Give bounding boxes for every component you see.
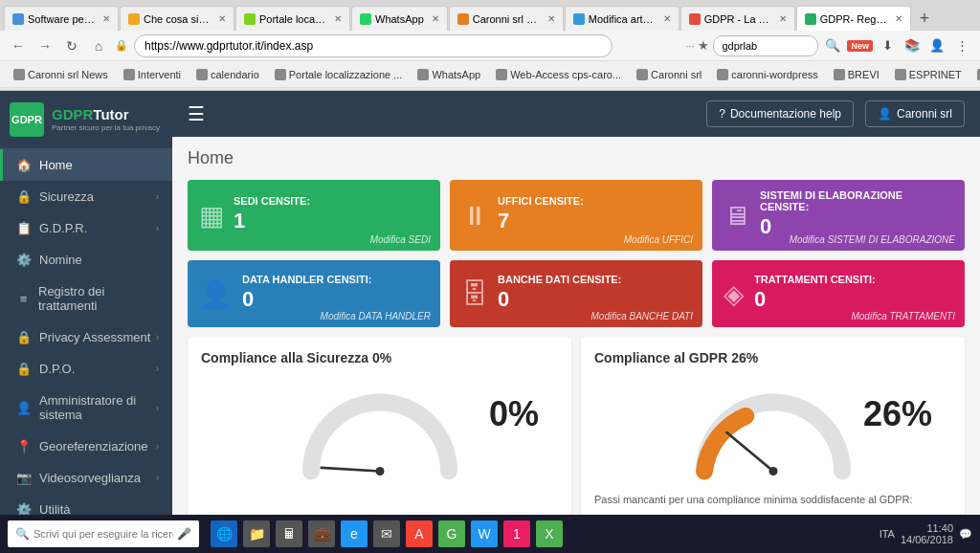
content-wrapper: ☰ ? Documentazione help 👤 Caronni srl Ho… <box>172 91 980 553</box>
sidebar-icon: 🔒 <box>16 362 32 376</box>
sidebar-item-registro-dei-trattamenti[interactable]: ≡ Registro dei trattamenti <box>0 276 172 321</box>
taskbar: 🔍 🎤 🌐 📁 🖩 💼 e ✉ A G W 1 X ITA 11:40 14/0… <box>0 515 980 553</box>
gauges-row: Compliance alla Sicurezza 0% 0% <box>188 337 965 519</box>
card-title: BANCHE DATI CENSITE: <box>498 274 691 285</box>
bookmark-item[interactable]: calendario <box>190 67 265 82</box>
sidebar-item-sicurezza[interactable]: 🔒 Sicurezza › <box>0 181 172 212</box>
mic-icon: 🎤 <box>177 527 191 541</box>
sidebar-item-home[interactable]: 🏠 Home <box>0 149 172 181</box>
sidebar-item-nomine[interactable]: ⚙️ Nomine <box>0 244 172 276</box>
taskbar-excel-icon[interactable]: X <box>536 520 563 547</box>
card-body: UFFICI CENSITE: 7 <box>498 195 691 235</box>
user-icon: 👤 <box>878 107 892 121</box>
search-input[interactable] <box>713 35 818 56</box>
sidebar-item-g.d.p.r.[interactable]: 📋 G.D.P.R. › <box>0 212 172 244</box>
address-input[interactable] <box>134 34 612 57</box>
taskbar-app3-icon[interactable]: 1 <box>503 520 530 547</box>
bookmark-item[interactable]: ESPRINET <box>889 67 968 82</box>
taskbar-ie-icon[interactable]: 🌐 <box>211 520 237 547</box>
stat-card-uffici-censite:[interactable]: ⏸ UFFICI CENSITE: 7 Modifica UFFICI <box>450 180 702 251</box>
card-link[interactable]: Modifica SISTEMI DI ELABORAZIONE <box>790 234 955 245</box>
browser-tab[interactable]: Software per H...✕ <box>4 6 119 31</box>
browser-tab[interactable]: WhatsApp✕ <box>351 6 448 31</box>
card-link[interactable]: Modifica UFFICI <box>624 234 693 245</box>
taskbar-edge-icon[interactable]: e <box>341 520 368 547</box>
download-icon[interactable]: ⬇ <box>877 35 898 56</box>
stat-card-data-handler-censiti:[interactable]: 👤 DATA HANDLER CENSITI: 0 Modifica DATA … <box>188 260 440 327</box>
security-gauge-section: Compliance alla Sicurezza 0% 0% <box>188 337 571 519</box>
bookmark-item[interactable]: Caronni srl <box>631 67 707 82</box>
browser-tab[interactable]: GDPR - La sicur...✕ <box>680 6 795 31</box>
bookmark-item[interactable]: Web-Access cps-caro... <box>490 67 627 82</box>
card-link[interactable]: Modifica DATA HANDLER <box>321 311 431 321</box>
taskbar-folder-icon[interactable]: 📁 <box>243 520 270 547</box>
security-gauge-svg <box>294 385 466 480</box>
taskbar-search-input[interactable] <box>33 528 173 540</box>
app-container: GDPR GDPRTutor Partner sicuro per la tua… <box>0 91 980 553</box>
sidebar-item-privacy-assessment[interactable]: 🔒 Privacy Assessment › <box>0 321 172 353</box>
browser-tab[interactable]: Modifica articolo c...✕ <box>565 6 679 31</box>
sidebar-item-label: G.D.P.R. <box>39 221 87 235</box>
card-link[interactable]: Modifica TRATTAMENTI <box>851 311 955 321</box>
new-tab-button[interactable]: + <box>912 6 938 31</box>
bookmark-item[interactable]: Portale localizzazione ... <box>269 67 409 82</box>
security-gauge-title: Compliance alla Sicurezza 0% <box>201 350 558 365</box>
browser-tab[interactable]: Portale localizzazio...✕ <box>235 6 350 31</box>
back-button[interactable]: ← <box>8 35 29 56</box>
sidebar-item-label: Privacy Assessment <box>39 330 150 344</box>
hamburger-button[interactable]: ☰ <box>188 102 205 125</box>
card-title: SISTEMI DI ELABORAZIONE CENSITE: <box>760 189 953 212</box>
stat-card-sedi-censite:[interactable]: ▦ SEDI CENSITE: 1 Modifica SEDI <box>188 180 440 251</box>
sidebar-item-georeferenziazione[interactable]: 📍 Georeferenziazione › <box>0 431 172 462</box>
card-icon: 👤 <box>199 278 233 310</box>
bookmark-item[interactable]: caronni-wordpress <box>711 67 823 82</box>
taskbar-app2-icon[interactable]: G <box>438 520 465 547</box>
browser-tabs: Software per H...✕Che cosa signif...✕Por… <box>0 0 980 31</box>
card-number: 0 <box>498 287 691 312</box>
card-body: DATA HANDLER CENSITI: 0 <box>242 274 429 314</box>
search-button[interactable]: 🔍 <box>822 35 843 56</box>
bookmark-item[interactable]: Interventi <box>118 67 187 82</box>
sidebar-item-amministratore-di-sistema[interactable]: 👤 Amministratore di sistema › <box>0 385 172 431</box>
browser-tab[interactable]: Che cosa signif...✕ <box>120 6 234 31</box>
forward-button[interactable]: → <box>34 35 56 56</box>
browser-chrome: Software per H...✕Che cosa signif...✕Por… <box>0 0 980 91</box>
user-button[interactable]: 👤 Caronni srl <box>865 100 965 127</box>
bookmark-item[interactable]: WhatsApp <box>412 67 486 82</box>
taskbar-briefcase-icon[interactable]: 💼 <box>308 520 335 547</box>
taskbar-app1-icon[interactable]: A <box>406 520 433 547</box>
bookmark-item[interactable]: Caronni srl News <box>8 67 114 82</box>
taskbar-calc-icon[interactable]: 🖩 <box>276 520 302 547</box>
stat-card-trattamenti-censiti:[interactable]: ◈ TRATTAMENTI CENSITI: 0 Modifica TRATTA… <box>712 260 965 327</box>
doc-help-label: Documentazione help <box>730 107 841 121</box>
settings-icon[interactable]: ⋮ <box>951 35 972 56</box>
taskbar-email-icon[interactable]: ✉ <box>373 520 400 547</box>
bookmark-item[interactable]: BREVI <box>828 67 885 82</box>
bookmark-item[interactable]: CARONNI <box>971 67 980 82</box>
sidebar-item-d.p.o.[interactable]: 🔒 D.P.O. › <box>0 353 172 385</box>
sidebar-icon: 👤 <box>16 401 32 415</box>
topbar: ☰ ? Documentazione help 👤 Caronni srl <box>172 91 980 137</box>
taskbar-notification-icon[interactable]: 💬 <box>959 528 972 541</box>
card-link[interactable]: Modifica SEDI <box>370 234 431 245</box>
home-button[interactable]: ⌂ <box>88 35 109 56</box>
taskbar-search[interactable]: 🔍 🎤 <box>8 520 199 547</box>
card-body: SISTEMI DI ELABORAZIONE CENSITE: 0 <box>760 189 953 241</box>
cards-row-2: 👤 DATA HANDLER CENSITI: 0 Modifica DATA … <box>188 260 965 327</box>
sidebar-item-label: Registro dei trattamenti <box>38 284 159 313</box>
card-link[interactable]: Modifica BANCHE DATI <box>590 311 693 321</box>
browser-tab[interactable]: Caronni srl - Si...✕ <box>449 6 564 31</box>
card-icon: ◈ <box>724 278 745 310</box>
card-body: BANCHE DATI CENSITE: 0 <box>498 274 691 314</box>
stat-card-banche-dati-censite:[interactable]: 🗄 BANCHE DATI CENSITE: 0 Modifica BANCHE… <box>450 260 702 327</box>
bookmarks-icon[interactable]: 📚 <box>902 35 923 56</box>
sidebar-icon: 📍 <box>16 439 32 453</box>
documentation-button[interactable]: ? Documentazione help <box>706 100 854 127</box>
taskbar-word-icon[interactable]: W <box>471 520 498 547</box>
chevron-icon: › <box>156 223 159 233</box>
sidebar-item-videosorveglianza[interactable]: 📷 Videosorveglianza › <box>0 462 172 494</box>
browser-tab[interactable]: GDPR- Regola...✕ <box>796 6 911 31</box>
stat-card-sistemi-di-elaborazione-censite:[interactable]: 🖥 SISTEMI DI ELABORAZIONE CENSITE: 0 Mod… <box>712 180 965 251</box>
profile-icon[interactable]: 👤 <box>926 35 947 56</box>
refresh-button[interactable]: ↻ <box>61 35 82 56</box>
